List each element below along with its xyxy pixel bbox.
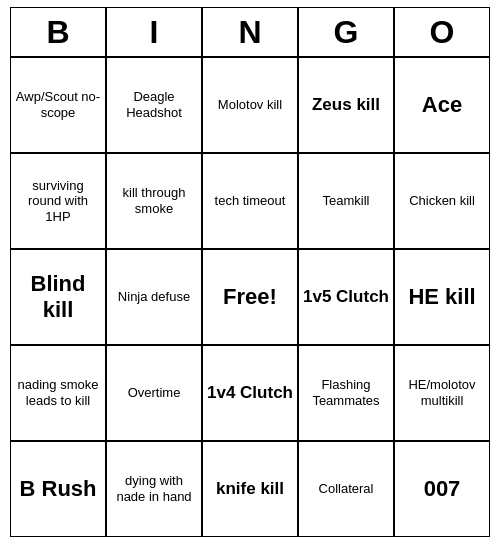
bingo-cell: 007	[394, 441, 490, 537]
bingo-cell: 1v5 Clutch	[298, 249, 394, 345]
bingo-header: BINGO	[10, 7, 490, 57]
bingo-cell: surviving round with 1HP	[10, 153, 106, 249]
bingo-cell: Flashing Teammates	[298, 345, 394, 441]
bingo-cell: kill through smoke	[106, 153, 202, 249]
header-letter: I	[106, 7, 202, 57]
header-letter: O	[394, 7, 490, 57]
bingo-row: Blind killNinja defuseFree!1v5 ClutchHE …	[10, 249, 490, 345]
bingo-cell: Ace	[394, 57, 490, 153]
bingo-cell: Zeus kill	[298, 57, 394, 153]
bingo-cell: Chicken kill	[394, 153, 490, 249]
bingo-card: BINGO Awp/Scout no-scopeDeagle HeadshotM…	[10, 7, 490, 537]
bingo-cell: Free!	[202, 249, 298, 345]
bingo-cell: nading smoke leads to kill	[10, 345, 106, 441]
bingo-cell: knife kill	[202, 441, 298, 537]
bingo-row: B Rushdying with nade in handknife killC…	[10, 441, 490, 537]
bingo-cell: HE kill	[394, 249, 490, 345]
bingo-row: surviving round with 1HPkill through smo…	[10, 153, 490, 249]
bingo-cell: B Rush	[10, 441, 106, 537]
bingo-cell: Overtime	[106, 345, 202, 441]
bingo-cell: Blind kill	[10, 249, 106, 345]
bingo-cell: Ninja defuse	[106, 249, 202, 345]
bingo-cell: Molotov kill	[202, 57, 298, 153]
bingo-cell: Collateral	[298, 441, 394, 537]
bingo-cell: dying with nade in hand	[106, 441, 202, 537]
header-letter: B	[10, 7, 106, 57]
bingo-row: nading smoke leads to killOvertime1v4 Cl…	[10, 345, 490, 441]
header-letter: N	[202, 7, 298, 57]
bingo-cell: Awp/Scout no-scope	[10, 57, 106, 153]
bingo-cell: HE/molotov multikill	[394, 345, 490, 441]
bingo-cell: Teamkill	[298, 153, 394, 249]
bingo-grid: Awp/Scout no-scopeDeagle HeadshotMolotov…	[10, 57, 490, 537]
bingo-cell: tech timeout	[202, 153, 298, 249]
bingo-row: Awp/Scout no-scopeDeagle HeadshotMolotov…	[10, 57, 490, 153]
header-letter: G	[298, 7, 394, 57]
bingo-cell: 1v4 Clutch	[202, 345, 298, 441]
bingo-cell: Deagle Headshot	[106, 57, 202, 153]
